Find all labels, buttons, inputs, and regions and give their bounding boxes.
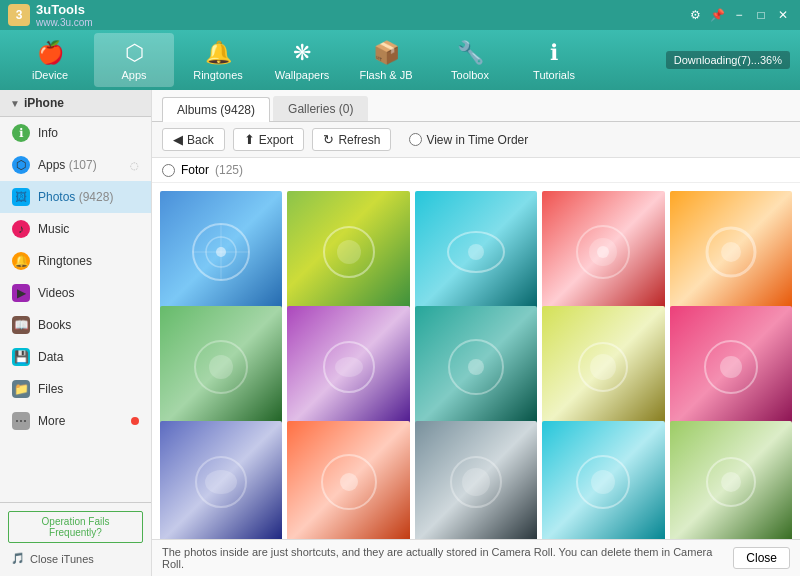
back-label: Back — [187, 133, 214, 147]
content-toolbar: ◀ Back ⬆ Export ↻ Refresh View in Time O… — [152, 122, 800, 158]
titlebar-controls: ⚙ 📌 − □ ✕ — [686, 6, 792, 24]
sidebar-item-music[interactable]: ♪ Music — [0, 213, 151, 245]
svg-point-15 — [209, 355, 233, 379]
svg-point-33 — [721, 472, 741, 492]
photo-thumb-1[interactable] — [160, 191, 282, 313]
photo-thumb-9[interactable] — [542, 306, 664, 428]
sidebar-item-ringtones[interactable]: 🔔 Ringtones — [0, 245, 151, 277]
view-time-order-radio[interactable] — [409, 133, 422, 146]
photo-thumb-2[interactable] — [287, 191, 409, 313]
sidebar-item-more[interactable]: ⋯ More — [0, 405, 151, 437]
close-button[interactable]: Close — [733, 547, 790, 569]
toolbar-item-ringtones[interactable]: 🔔 Ringtones — [178, 33, 258, 87]
toolbar-label-wallpapers: Wallpapers — [275, 69, 330, 81]
photo-thumb-4[interactable] — [542, 191, 664, 313]
close-itunes-label: Close iTunes — [30, 553, 94, 565]
flash-jb-icon: 📦 — [373, 40, 400, 66]
view-time-order-option[interactable]: View in Time Order — [409, 133, 528, 147]
tab-galleries[interactable]: Galleries (0) — [273, 96, 368, 121]
close-icon[interactable]: ✕ — [774, 6, 792, 24]
restore-icon[interactable]: □ — [752, 6, 770, 24]
export-icon: ⬆ — [244, 132, 255, 147]
data-sidebar-icon: 💾 — [12, 348, 30, 366]
toolbar-label-toolbox: Toolbox — [451, 69, 489, 81]
device-name: iPhone — [24, 96, 64, 110]
sidebar-label-more: More — [38, 414, 123, 428]
photo-thumb-8[interactable] — [415, 306, 537, 428]
photo-thumb-7[interactable] — [287, 306, 409, 428]
back-icon: ◀ — [173, 132, 183, 147]
sidebar-label-apps: Apps (107) — [38, 158, 122, 172]
operation-fails-button[interactable]: Operation Fails Frequently? — [8, 511, 143, 543]
toolbar-item-apps[interactable]: ⬡ Apps — [94, 33, 174, 87]
photo-thumb-3[interactable] — [415, 191, 537, 313]
photo-thumb-5[interactable] — [670, 191, 792, 313]
svg-point-17 — [335, 357, 363, 377]
export-button[interactable]: ⬆ Export — [233, 128, 305, 151]
toolbar-item-flash-jb[interactable]: 📦 Flash & JB — [346, 33, 426, 87]
info-bar: The photos inside are just shortcuts, an… — [152, 539, 800, 576]
tutorials-icon: ℹ — [550, 40, 558, 66]
chevron-down-icon: ▼ — [10, 98, 20, 109]
device-header[interactable]: ▼ iPhone — [0, 90, 151, 117]
sidebar-label-info: Info — [38, 126, 139, 140]
minimize-icon[interactable]: − — [730, 6, 748, 24]
toolbar-item-toolbox[interactable]: 🔧 Toolbox — [430, 33, 510, 87]
photo-inner-11 — [160, 421, 282, 539]
photo-thumb-11[interactable] — [160, 421, 282, 539]
photo-thumb-10[interactable] — [670, 306, 792, 428]
videos-sidebar-icon: ▶ — [12, 284, 30, 302]
files-sidebar-icon: 📁 — [12, 380, 30, 398]
sidebar-item-photos[interactable]: 🖼 Photos (9428) — [0, 181, 151, 213]
fotor-radio[interactable] — [162, 164, 175, 177]
toolbar-label-apps: Apps — [121, 69, 146, 81]
radio-group: View in Time Order — [409, 133, 528, 147]
pin-icon[interactable]: 📌 — [708, 6, 726, 24]
download-badge: Downloading(7)...36% — [666, 51, 790, 69]
app-subtitle: www.3u.com — [36, 17, 93, 28]
close-itunes-button[interactable]: 🎵 Close iTunes — [8, 549, 143, 568]
photo-thumb-6[interactable] — [160, 306, 282, 428]
sidebar: ▼ iPhone ℹ Info ⬡ Apps (107) ◌ 🖼 Photos … — [0, 90, 152, 576]
toolbox-icon: 🔧 — [457, 40, 484, 66]
refresh-label: Refresh — [338, 133, 380, 147]
photo-inner-9 — [542, 306, 664, 428]
toolbar-item-idevice[interactable]: 🍎 iDevice — [10, 33, 90, 87]
photo-thumb-15[interactable] — [670, 421, 792, 539]
svg-point-23 — [720, 356, 742, 378]
titlebar: 3 3uTools www.3u.com ⚙ 📌 − □ ✕ — [0, 0, 800, 30]
back-button[interactable]: ◀ Back — [162, 128, 225, 151]
toolbar-item-tutorials[interactable]: ℹ Tutorials — [514, 33, 594, 87]
photo-thumb-12[interactable] — [287, 421, 409, 539]
photo-inner-13 — [415, 421, 537, 539]
sidebar-item-info[interactable]: ℹ Info — [0, 117, 151, 149]
sidebar-label-videos: Videos — [38, 286, 139, 300]
toolbar-label-flash-jb: Flash & JB — [359, 69, 412, 81]
photo-thumb-14[interactable] — [542, 421, 664, 539]
toolbar-item-wallpapers[interactable]: ❋ Wallpapers — [262, 33, 342, 87]
sidebar-item-videos[interactable]: ▶ Videos — [0, 277, 151, 309]
photo-thumb-13[interactable] — [415, 421, 537, 539]
toolbar-label-tutorials: Tutorials — [533, 69, 575, 81]
refresh-button[interactable]: ↻ Refresh — [312, 128, 391, 151]
sidebar-label-ringtones: Ringtones — [38, 254, 139, 268]
refresh-icon: ↻ — [323, 132, 334, 147]
sidebar-item-files[interactable]: 📁 Files — [0, 373, 151, 405]
svg-point-19 — [468, 359, 484, 375]
books-sidebar-icon: 📖 — [12, 316, 30, 334]
photo-inner-14 — [542, 421, 664, 539]
sidebar-item-data[interactable]: 💾 Data — [0, 341, 151, 373]
fotor-label: Fotor — [181, 163, 209, 177]
sidebar-item-apps[interactable]: ⬡ Apps (107) ◌ — [0, 149, 151, 181]
tab-albums[interactable]: Albums (9428) — [162, 97, 270, 122]
content-area: Albums (9428) Galleries (0) ◀ Back ⬆ Exp… — [152, 90, 800, 576]
sidebar-label-files: Files — [38, 382, 139, 396]
sidebar-item-books[interactable]: 📖 Books — [0, 309, 151, 341]
svg-point-25 — [205, 470, 237, 494]
tabs: Albums (9428) Galleries (0) — [152, 90, 800, 122]
settings-icon[interactable]: ⚙ — [686, 6, 704, 24]
sidebar-label-photos: Photos (9428) — [38, 190, 139, 204]
info-icon: ℹ — [12, 124, 30, 142]
idevice-icon: 🍎 — [37, 40, 64, 66]
svg-point-8 — [468, 244, 484, 260]
